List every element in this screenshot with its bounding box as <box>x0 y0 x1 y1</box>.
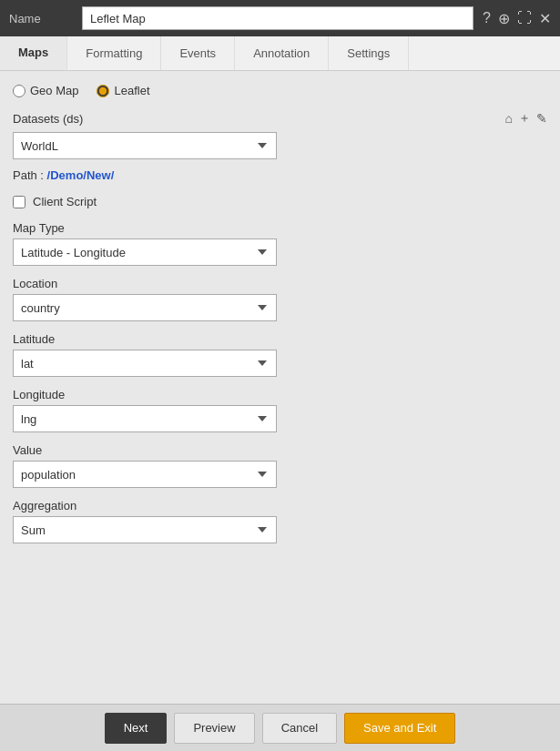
datasets-row: Datasets (ds) ⌂ ＋ ✎ <box>13 110 547 127</box>
save-and-exit-button[interactable]: Save and Exit <box>344 713 455 744</box>
home-icon[interactable]: ⌂ <box>505 111 513 126</box>
map-type-label: Map Type <box>13 221 547 235</box>
location-select[interactable]: country city state <box>13 294 277 321</box>
latitude-group: Latitude lat latitude <box>13 332 547 377</box>
value-group: Value population count <box>13 443 547 488</box>
latitude-label: Latitude <box>13 332 547 346</box>
client-script-checkbox[interactable] <box>13 196 25 208</box>
close-icon[interactable]: ✕ <box>539 10 551 27</box>
tab-annotation[interactable]: Annotation <box>235 36 329 70</box>
value-label: Value <box>13 443 547 457</box>
location-label: Location <box>13 277 547 290</box>
move-icon[interactable]: ⊕ <box>498 10 510 27</box>
map-type-group: Map Type Latitude - Longitude Region <box>13 221 547 266</box>
longitude-select[interactable]: lng longitude <box>13 405 277 432</box>
latitude-select[interactable]: lat latitude <box>13 350 277 377</box>
next-button[interactable]: Next <box>105 713 168 744</box>
longitude-group: Longitude lng longitude <box>13 388 547 432</box>
maximize-icon[interactable]: ⛶ <box>517 10 532 27</box>
location-group: Location country city state <box>13 277 547 321</box>
map-radio-group: Geo Map Leaflet <box>13 84 547 97</box>
datasets-icons: ⌂ ＋ ✎ <box>505 110 547 127</box>
tab-settings[interactable]: Settings <box>329 36 409 70</box>
path-row: Path : /Demo/New/ <box>13 168 547 182</box>
geo-map-option[interactable]: Geo Map <box>13 84 78 97</box>
name-label: Name <box>9 12 82 25</box>
datasets-select[interactable]: WorldL <box>13 132 277 159</box>
leaflet-label: Leaflet <box>114 84 149 97</box>
map-type-select[interactable]: Latitude - Longitude Region <box>13 238 277 266</box>
title-bar-icons: ? ⊕ ⛶ ✕ <box>483 10 551 27</box>
path-label: Path : <box>13 168 44 182</box>
geo-map-label: Geo Map <box>30 84 78 97</box>
preview-button[interactable]: Preview <box>174 713 254 744</box>
tab-formatting[interactable]: Formatting <box>67 36 161 70</box>
aggregation-select[interactable]: Sum Count Average Min Max <box>13 516 277 543</box>
main-content: Geo Map Leaflet Datasets (ds) ⌂ ＋ ✎ Worl… <box>0 71 560 704</box>
title-input[interactable] <box>82 6 473 30</box>
geo-map-radio[interactable] <box>13 85 25 97</box>
title-bar: Name ? ⊕ ⛶ ✕ <box>0 0 560 36</box>
longitude-label: Longitude <box>13 388 547 401</box>
path-value: /Demo/New/ <box>47 168 115 182</box>
client-script-row: Client Script <box>13 195 547 208</box>
tab-maps[interactable]: Maps <box>0 36 67 70</box>
aggregation-label: Aggregation <box>13 499 547 513</box>
cancel-button[interactable]: Cancel <box>262 713 337 744</box>
client-script-label: Client Script <box>33 195 97 208</box>
edit-dataset-icon[interactable]: ✎ <box>536 111 547 126</box>
add-dataset-icon[interactable]: ＋ <box>518 110 531 127</box>
aggregation-group: Aggregation Sum Count Average Min Max <box>13 499 547 543</box>
help-icon[interactable]: ? <box>483 10 491 27</box>
tabs-bar: Maps Formatting Events Annotation Settin… <box>0 36 560 71</box>
leaflet-radio[interactable] <box>97 85 109 97</box>
leaflet-option[interactable]: Leaflet <box>97 84 149 97</box>
bottom-bar: Next Preview Cancel Save and Exit <box>0 704 560 751</box>
tab-events[interactable]: Events <box>161 36 235 70</box>
value-select[interactable]: population count <box>13 461 277 488</box>
datasets-label: Datasets (ds) <box>13 112 505 126</box>
